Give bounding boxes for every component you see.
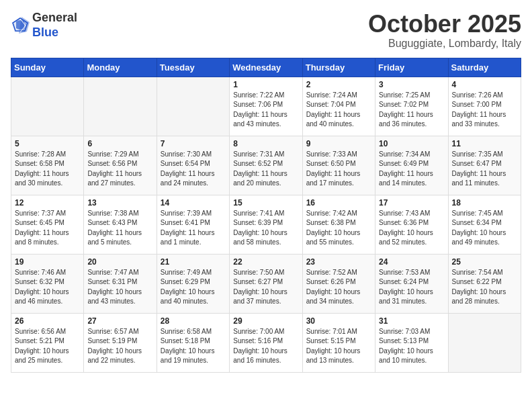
day-number: 20 [87,257,152,267]
day-info: Sunrise: 7:41 AM Sunset: 6:39 PM Dayligh… [233,209,298,248]
day-info: Sunrise: 7:52 AM Sunset: 6:26 PM Dayligh… [306,268,371,307]
calendar-week-row: 5Sunrise: 7:28 AM Sunset: 6:58 PM Daylig… [11,136,521,195]
day-number: 22 [233,257,298,267]
day-number: 11 [452,139,517,148]
calendar-day-cell: 10Sunrise: 7:34 AM Sunset: 6:49 PM Dayli… [375,136,448,195]
calendar-day-cell [84,77,157,136]
day-info: Sunrise: 6:56 AM Sunset: 5:21 PM Dayligh… [15,327,80,366]
calendar-day-cell: 23Sunrise: 7:52 AM Sunset: 6:26 PM Dayli… [302,254,375,313]
calendar-week-row: 26Sunrise: 6:56 AM Sunset: 5:21 PM Dayli… [11,313,521,372]
day-info: Sunrise: 7:03 AM Sunset: 5:13 PM Dayligh… [379,327,444,366]
calendar-day-cell: 20Sunrise: 7:47 AM Sunset: 6:31 PM Dayli… [84,254,157,313]
calendar-day-cell: 17Sunrise: 7:43 AM Sunset: 6:36 PM Dayli… [375,195,448,254]
calendar-day-cell: 7Sunrise: 7:30 AM Sunset: 6:54 PM Daylig… [157,136,229,195]
day-info: Sunrise: 7:25 AM Sunset: 7:02 PM Dayligh… [379,91,444,130]
day-info: Sunrise: 7:29 AM Sunset: 6:56 PM Dayligh… [87,150,152,189]
day-info: Sunrise: 7:00 AM Sunset: 5:16 PM Dayligh… [233,327,298,366]
day-of-week-header: Tuesday [157,58,229,77]
day-of-week-header: Sunday [11,58,84,77]
calendar-day-cell: 14Sunrise: 7:39 AM Sunset: 6:41 PM Dayli… [157,195,229,254]
calendar-day-cell: 9Sunrise: 7:33 AM Sunset: 6:50 PM Daylig… [302,136,375,195]
day-info: Sunrise: 7:49 AM Sunset: 6:29 PM Dayligh… [161,268,226,307]
day-info: Sunrise: 7:53 AM Sunset: 6:24 PM Dayligh… [379,268,444,307]
day-info: Sunrise: 7:50 AM Sunset: 6:27 PM Dayligh… [233,268,298,307]
calendar-day-cell: 15Sunrise: 7:41 AM Sunset: 6:39 PM Dayli… [230,195,302,254]
day-of-week-header: Thursday [302,58,375,77]
day-number: 15 [233,198,298,208]
day-number: 28 [161,316,226,326]
calendar-day-cell: 3Sunrise: 7:25 AM Sunset: 7:02 PM Daylig… [375,77,448,136]
calendar-day-cell: 29Sunrise: 7:00 AM Sunset: 5:16 PM Dayli… [230,313,302,372]
calendar-day-cell: 25Sunrise: 7:54 AM Sunset: 6:22 PM Dayli… [448,254,521,313]
calendar-day-cell: 1Sunrise: 7:22 AM Sunset: 7:06 PM Daylig… [230,77,302,136]
calendar-day-cell: 27Sunrise: 6:57 AM Sunset: 5:19 PM Dayli… [84,313,157,372]
day-number: 6 [87,139,152,148]
location: Buguggiate, Lombardy, Italy [368,38,521,50]
day-info: Sunrise: 7:43 AM Sunset: 6:36 PM Dayligh… [379,209,444,248]
day-info: Sunrise: 7:46 AM Sunset: 6:32 PM Dayligh… [15,268,80,307]
day-number: 13 [87,198,152,208]
logo-icon [11,16,30,35]
calendar-day-cell: 16Sunrise: 7:42 AM Sunset: 6:38 PM Dayli… [302,195,375,254]
day-of-week-header: Wednesday [230,58,302,77]
calendar-day-cell: 31Sunrise: 7:03 AM Sunset: 5:13 PM Dayli… [375,313,448,372]
calendar-day-cell: 13Sunrise: 7:38 AM Sunset: 6:43 PM Dayli… [84,195,157,254]
calendar-day-cell: 6Sunrise: 7:29 AM Sunset: 6:56 PM Daylig… [84,136,157,195]
calendar-day-cell: 8Sunrise: 7:31 AM Sunset: 6:52 PM Daylig… [230,136,302,195]
day-number: 29 [233,316,298,326]
calendar-day-cell: 28Sunrise: 6:58 AM Sunset: 5:18 PM Dayli… [157,313,229,372]
day-number: 17 [379,198,444,208]
day-number: 16 [306,198,371,208]
day-of-week-header: Friday [375,58,448,77]
calendar-week-row: 19Sunrise: 7:46 AM Sunset: 6:32 PM Dayli… [11,254,521,313]
day-info: Sunrise: 7:35 AM Sunset: 6:47 PM Dayligh… [452,150,517,189]
calendar-day-cell: 24Sunrise: 7:53 AM Sunset: 6:24 PM Dayli… [375,254,448,313]
day-info: Sunrise: 7:31 AM Sunset: 6:52 PM Dayligh… [233,150,298,189]
calendar-day-cell [11,77,84,136]
calendar-day-cell: 4Sunrise: 7:26 AM Sunset: 7:00 PM Daylig… [448,77,521,136]
day-number: 12 [15,198,80,208]
day-info: Sunrise: 7:34 AM Sunset: 6:49 PM Dayligh… [379,150,444,189]
calendar-day-cell: 26Sunrise: 6:56 AM Sunset: 5:21 PM Dayli… [11,313,84,372]
day-number: 9 [306,139,371,148]
calendar-day-cell [157,77,229,136]
day-number: 31 [379,316,444,326]
day-info: Sunrise: 7:26 AM Sunset: 7:00 PM Dayligh… [452,91,517,130]
title-block: October 2025 Buguggiate, Lombardy, Italy [368,11,521,50]
calendar-day-cell: 21Sunrise: 7:49 AM Sunset: 6:29 PM Dayli… [157,254,229,313]
day-of-week-header: Monday [84,58,157,77]
day-number: 2 [306,80,371,89]
day-info: Sunrise: 7:33 AM Sunset: 6:50 PM Dayligh… [306,150,371,189]
day-number: 14 [161,198,226,208]
day-info: Sunrise: 7:28 AM Sunset: 6:58 PM Dayligh… [15,150,80,189]
calendar-day-cell: 2Sunrise: 7:24 AM Sunset: 7:04 PM Daylig… [302,77,375,136]
calendar-week-row: 1Sunrise: 7:22 AM Sunset: 7:06 PM Daylig… [11,77,521,136]
day-number: 25 [452,257,517,267]
day-number: 21 [161,257,226,267]
day-number: 18 [452,198,517,208]
day-info: Sunrise: 7:42 AM Sunset: 6:38 PM Dayligh… [306,209,371,248]
day-info: Sunrise: 7:47 AM Sunset: 6:31 PM Dayligh… [87,268,152,307]
calendar-header-row: SundayMondayTuesdayWednesdayThursdayFrid… [11,58,521,77]
day-number: 1 [233,80,298,89]
calendar-day-cell: 22Sunrise: 7:50 AM Sunset: 6:27 PM Dayli… [230,254,302,313]
day-info: Sunrise: 7:37 AM Sunset: 6:45 PM Dayligh… [15,209,80,248]
day-number: 5 [15,139,80,148]
day-info: Sunrise: 7:24 AM Sunset: 7:04 PM Dayligh… [306,91,371,130]
day-of-week-header: Saturday [448,58,521,77]
day-number: 19 [15,257,80,267]
page-header: General Blue October 2025 Buguggiate, Lo… [11,11,521,50]
day-info: Sunrise: 7:38 AM Sunset: 6:43 PM Dayligh… [87,209,152,248]
logo-blue-text: Blue [32,26,58,39]
day-number: 10 [379,139,444,148]
day-info: Sunrise: 7:39 AM Sunset: 6:41 PM Dayligh… [161,209,226,248]
calendar-day-cell: 18Sunrise: 7:45 AM Sunset: 6:34 PM Dayli… [448,195,521,254]
calendar-day-cell: 30Sunrise: 7:01 AM Sunset: 5:15 PM Dayli… [302,313,375,372]
day-info: Sunrise: 6:57 AM Sunset: 5:19 PM Dayligh… [87,327,152,366]
calendar-week-row: 12Sunrise: 7:37 AM Sunset: 6:45 PM Dayli… [11,195,521,254]
calendar-day-cell: 5Sunrise: 7:28 AM Sunset: 6:58 PM Daylig… [11,136,84,195]
day-number: 30 [306,316,371,326]
month-title: October 2025 [368,11,521,38]
day-info: Sunrise: 7:22 AM Sunset: 7:06 PM Dayligh… [233,91,298,130]
day-number: 24 [379,257,444,267]
